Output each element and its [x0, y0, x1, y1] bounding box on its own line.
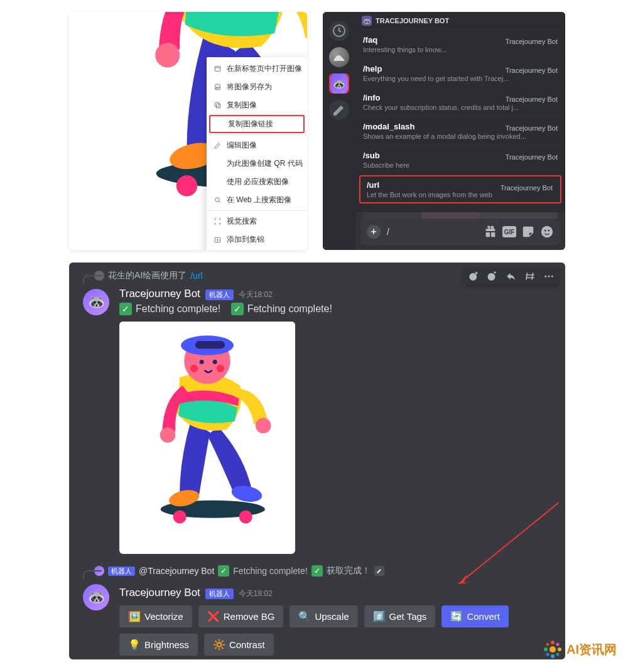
ctx-item-0[interactable]: 在新标签页中打开图像 — [207, 60, 307, 78]
check-icon: ✓ — [218, 565, 229, 577]
svg-rect-15 — [215, 67, 220, 72]
attach-button[interactable]: + — [367, 225, 381, 239]
sticker-icon[interactable] — [521, 226, 535, 237]
ctx-item-8[interactable]: 视觉搜索 — [207, 212, 307, 230]
button-label: Get Tags — [389, 611, 427, 622]
reply-reference-2[interactable]: 机器人 @Tracejourney Bot ✓ Fetching complet… — [94, 565, 384, 577]
edit-image-icon — [213, 141, 222, 150]
bot-username[interactable]: Tracejourney Bot — [119, 587, 200, 599]
check-icon: ✓ — [231, 303, 244, 315]
status-text-1a: Fetching complete! — [136, 303, 220, 315]
ctx-item-4[interactable]: 编辑图像 — [207, 136, 307, 154]
ctx-item-label: 复制图像链接 — [228, 119, 273, 129]
button-emoji-icon: #️⃣ — [373, 610, 386, 622]
emoji-icon[interactable] — [540, 226, 554, 237]
discord-command-panel: 🦝 🦝 TRACEJOURNEY BOT /faqInteresting thi… — [323, 12, 565, 250]
message-timestamp: 今天18:02 — [239, 588, 273, 599]
button-emoji-icon: 🔍 — [298, 610, 311, 622]
command-bot-name: Tracejourney Bot — [506, 67, 558, 74]
ctx-item-5[interactable]: 为此图像创建 QR 代码 — [207, 154, 307, 173]
reply-status-2: 获取完成！ — [327, 565, 371, 577]
button-label: Convert — [467, 611, 500, 622]
button-emoji-icon: 🔆 — [213, 639, 225, 651]
vectorize-button[interactable]: 🖼️Vectorize — [119, 605, 192, 627]
reply-reference-1[interactable]: 花生的AI绘画使用了 /url — [94, 270, 203, 281]
bot-avatar[interactable]: 🦝 — [83, 584, 109, 610]
edit-server-icon[interactable] — [329, 100, 349, 120]
svg-point-25 — [544, 230, 546, 232]
midjourney-server-icon[interactable] — [329, 47, 349, 67]
reply-bot-mention: @Tracejourney Bot — [139, 566, 214, 576]
slash-command-help[interactable]: /helpEverything you need to get started … — [355, 58, 565, 87]
browser-image-panel: 在新标签页中打开图像将图像另存为复制图像复制图像链接编辑图像为此图像创建 QR … — [69, 12, 307, 250]
bot-avatar[interactable]: 🦝 — [83, 289, 109, 315]
fetching-status: ✓ Fetching complete! ✓ Fetching complete… — [119, 303, 553, 315]
ctx-item-label: 在 Web 上搜索图像 — [227, 195, 291, 205]
input-right-icons: GIF — [484, 226, 554, 237]
status-text-1b: Fetching complete! — [247, 303, 332, 315]
command-desc: Subscribe here — [363, 161, 558, 169]
svg-point-35 — [551, 641, 555, 644]
check-icon: ✓ — [119, 303, 132, 315]
svg-point-42 — [546, 643, 550, 646]
svg-point-34 — [550, 646, 556, 653]
remove-bg-button[interactable]: ❌Remove BG — [198, 605, 284, 627]
ctx-item-label: 为此图像创建 QR 代码 — [227, 158, 303, 169]
ctx-item-label: 在新标签页中打开图像 — [227, 63, 302, 74]
command-bot-name: Tracejourney Bot — [506, 124, 558, 132]
svg-point-37 — [551, 654, 555, 658]
svg-point-38 — [544, 648, 548, 651]
svg-point-20 — [215, 198, 219, 202]
upscale-button[interactable]: 🔍Upscale — [290, 605, 357, 627]
message-input-bar[interactable]: + / GIF — [360, 219, 560, 245]
ctx-item-6[interactable]: 使用 必应搜索图像 — [207, 173, 307, 191]
get-tags-button[interactable]: #️⃣Get Tags — [364, 605, 436, 627]
button-emoji-icon: ❌ — [207, 610, 220, 622]
blank-icon — [213, 160, 222, 168]
action-buttons-row-2: 💡Brightness🔆Contrast — [119, 634, 553, 656]
button-label: Remove BG — [224, 611, 275, 622]
svg-point-24 — [541, 226, 553, 237]
result-image[interactable] — [119, 322, 295, 554]
tracejourney-bot-icon: 🦝 — [362, 16, 372, 26]
slash-command-modal_slash[interactable]: /modal_slashShows an example of a modal … — [355, 116, 565, 145]
ctx-item-2[interactable]: 复制图像 — [207, 96, 307, 114]
web-search-icon — [213, 196, 222, 205]
ctx-item-9[interactable]: 添加到集锦 — [207, 230, 307, 249]
message-input-text[interactable]: / — [387, 227, 477, 237]
copy-image-icon — [213, 101, 222, 110]
image-thumbs-strip — [363, 212, 558, 219]
command-list-header: 🦝 TRACEJOURNEY BOT — [355, 12, 565, 30]
watermark: AI资讯网 — [543, 639, 617, 659]
button-emoji-icon: 🔄 — [450, 610, 463, 622]
contrast-button[interactable]: 🔆Contrast — [204, 634, 274, 656]
skater-illustration — [119, 322, 295, 554]
svg-point-40 — [556, 653, 560, 656]
tracejourney-server-icon[interactable]: 🦝 — [329, 73, 349, 94]
clock-server-icon[interactable] — [329, 21, 349, 41]
command-bot-name: Tracejourney Bot — [506, 95, 558, 103]
gif-icon[interactable]: GIF — [502, 226, 516, 237]
ctx-item-label: 编辑图像 — [227, 140, 257, 151]
edit-icon[interactable] — [374, 566, 384, 576]
slash-command-faq[interactable]: /faqInteresting things to know...Tracejo… — [355, 30, 565, 58]
ctx-item-1[interactable]: 将图像另存为 — [207, 78, 307, 96]
bot-badge: 机器人 — [205, 588, 234, 599]
slash-command-sub[interactable]: /subSubscribe hereTracejourney Bot — [355, 145, 565, 174]
ctx-item-7[interactable]: 在 Web 上搜索图像 — [207, 191, 307, 209]
convert-button[interactable]: 🔄Convert — [441, 605, 509, 627]
slash-command-info[interactable]: /infoCheck your subscription status, cre… — [355, 87, 565, 116]
gift-icon[interactable] — [484, 226, 497, 237]
ctx-item-3[interactable]: 复制图像链接 — [209, 115, 305, 133]
action-buttons-row-1: 🖼️Vectorize❌Remove BG🔍Upscale#️⃣Get Tags… — [119, 605, 553, 627]
bot-username[interactable]: Tracejourney Bot — [119, 288, 200, 300]
reply-status-1: Fetching complete! — [233, 566, 307, 576]
ctx-item-label: 使用 必应搜索图像 — [227, 176, 289, 187]
slash-command-url[interactable]: /urlLet the Bot work on images from the … — [359, 175, 561, 203]
reply-curve — [83, 570, 102, 579]
brightness-button[interactable]: 💡Brightness — [119, 634, 198, 656]
reply-curve — [83, 275, 102, 284]
message-header: Tracejourney Bot 机器人 今天18:02 — [119, 288, 553, 300]
button-emoji-icon: 🖼️ — [128, 610, 141, 622]
save-as-icon — [213, 83, 222, 92]
